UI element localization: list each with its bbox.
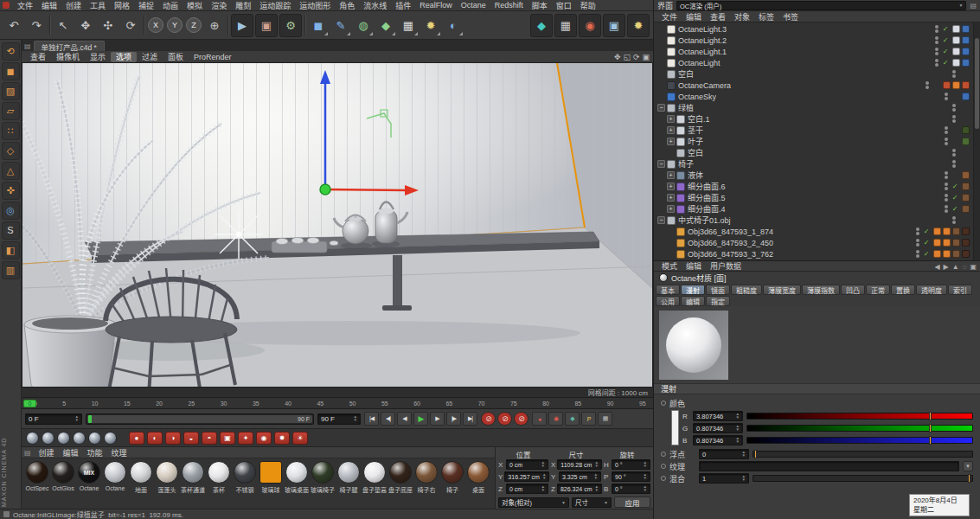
menu-item[interactable]: RealFlow bbox=[415, 1, 457, 10]
goto-end-button[interactable]: ▶| bbox=[463, 412, 477, 426]
undo-button[interactable]: ↶ bbox=[3, 14, 25, 37]
material-item[interactable]: 不锈钢 bbox=[232, 461, 258, 494]
enable-check[interactable]: ✓ bbox=[922, 250, 931, 258]
material-item[interactable]: MIX Octane bbox=[76, 461, 102, 494]
object-tags[interactable] bbox=[962, 138, 970, 145]
channel-tab[interactable]: 粗糙度 bbox=[731, 285, 762, 295]
expander-icon[interactable] bbox=[657, 36, 665, 44]
scale-tool-button[interactable]: ✣ bbox=[97, 14, 119, 37]
object-manager-menu-item[interactable]: 标签 bbox=[754, 11, 778, 22]
object-tags[interactable] bbox=[962, 183, 970, 190]
am-history-forward-icon[interactable]: ▶ bbox=[944, 262, 949, 271]
expander-icon[interactable] bbox=[667, 239, 675, 247]
octane-arealight-button[interactable]: ✹ bbox=[274, 432, 290, 445]
viewport-pan-icon[interactable]: ✥ bbox=[614, 53, 621, 61]
enable-check[interactable]: ✓ bbox=[922, 227, 931, 235]
move-tool-button[interactable]: ✥ bbox=[74, 14, 97, 37]
stepper-icon[interactable] bbox=[740, 475, 746, 482]
object-row[interactable]: OctaneLight.2 ✓ bbox=[654, 35, 980, 46]
object-row[interactable]: + 液体 bbox=[654, 170, 980, 181]
expander-icon[interactable] bbox=[657, 70, 665, 78]
menu-item[interactable]: 窗口 bbox=[552, 0, 576, 11]
expander-icon[interactable]: + bbox=[667, 115, 675, 123]
visibility-dots[interactable] bbox=[952, 104, 956, 112]
stepper-icon[interactable] bbox=[73, 415, 79, 422]
visibility-dots[interactable] bbox=[935, 36, 938, 44]
object-name[interactable]: OctaneLight.1 bbox=[678, 48, 727, 56]
menu-item[interactable]: 编辑 bbox=[37, 0, 61, 11]
float-value-field[interactable]: 0 bbox=[699, 449, 749, 459]
expander-icon[interactable]: − bbox=[657, 216, 665, 224]
am-search-icon[interactable]: ◌ bbox=[963, 262, 967, 271]
workplane-snap-button[interactable]: ◧ bbox=[2, 241, 20, 260]
menu-item[interactable]: 文件 bbox=[13, 0, 37, 11]
texture-mode-button[interactable]: ▨ bbox=[2, 82, 20, 100]
viewport-menu-item[interactable]: 摄像机 bbox=[51, 52, 85, 62]
material-preset-ball-6[interactable] bbox=[104, 432, 117, 445]
octane-render-button[interactable]: ◉ bbox=[579, 14, 601, 37]
record-toggle-3[interactable]: ⊘ bbox=[514, 412, 528, 426]
general-tab[interactable]: 公用 bbox=[656, 296, 680, 306]
material-preview[interactable] bbox=[659, 311, 728, 380]
object-tags[interactable] bbox=[933, 239, 970, 247]
expander-icon[interactable]: − bbox=[657, 104, 665, 112]
object-row[interactable]: Obj3d66_847593_2_450 ✓ bbox=[654, 237, 980, 248]
polygons-mode-button[interactable]: △ bbox=[2, 162, 20, 180]
menu-item[interactable]: 帮助 bbox=[576, 0, 600, 11]
viewport-menu-item[interactable]: 过滤 bbox=[137, 52, 163, 62]
material-item[interactable]: 茶杯 bbox=[206, 461, 232, 494]
object-row[interactable]: + 空白.1 bbox=[654, 113, 980, 125]
slider-marker[interactable] bbox=[929, 436, 932, 445]
stepper-icon[interactable] bbox=[540, 473, 546, 480]
stepper-icon[interactable] bbox=[641, 485, 647, 492]
visibility-dots[interactable] bbox=[945, 93, 948, 100]
material-menu-item[interactable]: 编辑 bbox=[59, 447, 83, 458]
stepper-icon[interactable] bbox=[539, 485, 545, 492]
keyframe-dot-icon[interactable] bbox=[661, 400, 666, 406]
material-item[interactable]: 玻璃球 bbox=[258, 461, 284, 494]
material-item[interactable]: OctGlos bbox=[50, 461, 76, 494]
channel-tab[interactable]: 基本 bbox=[656, 285, 680, 295]
lock-workplane-button[interactable]: ▥ bbox=[2, 261, 20, 279]
object-row[interactable]: OctaneLight.3 ✓ bbox=[654, 23, 980, 35]
object-tags[interactable] bbox=[962, 171, 970, 179]
object-name[interactable]: 液体 bbox=[688, 170, 703, 181]
visibility-dots[interactable] bbox=[952, 160, 956, 168]
size-z-field[interactable]: 826.324 cm bbox=[557, 484, 602, 494]
add-spline-button[interactable]: ✎ bbox=[330, 14, 352, 37]
green-value-field[interactable]: 0.807346 bbox=[693, 423, 743, 433]
object-row[interactable]: Obj3d66_847593_3_762 ✓ bbox=[654, 248, 980, 260]
am-history-back-icon[interactable]: ◀ bbox=[934, 262, 939, 271]
material-item[interactable]: 茶杯通道 bbox=[180, 461, 206, 494]
object-name[interactable]: OctaneLight.2 bbox=[678, 36, 727, 45]
visibility-dots[interactable] bbox=[916, 239, 919, 247]
object-row[interactable]: − 中式椅子01.obj bbox=[654, 215, 980, 226]
timeline-ruler[interactable]: 05101520253035404550556065707580859095 0 bbox=[22, 397, 653, 409]
menu-item[interactable]: 创建 bbox=[61, 0, 86, 11]
slider-marker[interactable] bbox=[968, 474, 970, 483]
add-primitive-button[interactable]: ◼ bbox=[307, 14, 330, 37]
coords-size-mode-select[interactable]: 尺寸▼ bbox=[572, 497, 612, 508]
object-name[interactable]: 椅子 bbox=[678, 158, 694, 170]
material-preset-ball-5[interactable] bbox=[88, 432, 101, 445]
channel-tab[interactable]: 薄膜宽度 bbox=[763, 285, 801, 295]
channel-tab[interactable]: 漫射 bbox=[681, 285, 705, 295]
stepper-icon[interactable] bbox=[539, 461, 545, 468]
menu-item[interactable]: Redshift bbox=[490, 1, 528, 10]
object-row[interactable]: + 细分曲面.4 ✓ bbox=[654, 203, 980, 215]
object-name[interactable]: OctaneLight bbox=[678, 59, 721, 67]
mix-slider[interactable] bbox=[753, 475, 973, 482]
octane-specular-material-button[interactable]: ◑ bbox=[165, 432, 181, 445]
enable-check[interactable]: ✓ bbox=[951, 194, 959, 202]
viewport-zoom-icon[interactable]: ◱ bbox=[623, 53, 631, 61]
object-row[interactable]: + 细分曲面.5 ✓ bbox=[654, 192, 980, 203]
expander-icon[interactable]: + bbox=[667, 126, 675, 134]
attribute-menu-item[interactable]: 用户数据 bbox=[706, 260, 746, 272]
material-preset-ball-1[interactable] bbox=[26, 432, 39, 445]
octane-settings-button[interactable]: ▦ bbox=[554, 14, 577, 37]
viewport-maximize-icon[interactable]: ▣ bbox=[642, 53, 650, 61]
size-x-field[interactable]: 1109.28 cm bbox=[557, 459, 602, 470]
stepper-icon[interactable] bbox=[592, 461, 598, 468]
object-name[interactable]: OctaneSky bbox=[678, 93, 716, 101]
object-name[interactable]: 叶子 bbox=[688, 136, 703, 147]
